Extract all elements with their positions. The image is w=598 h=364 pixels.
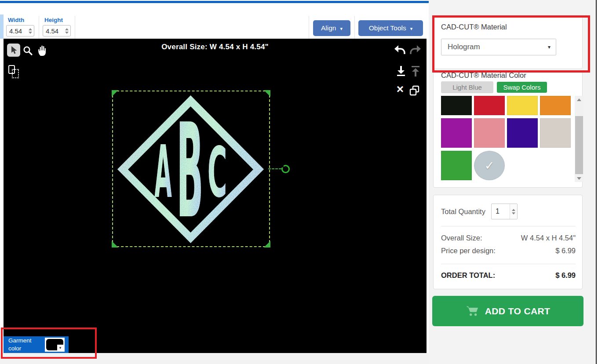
undo-button[interactable] (394, 45, 406, 56)
redo-button[interactable] (409, 45, 421, 56)
material-select[interactable]: Hologram ▾ (441, 39, 556, 55)
color-swatch-purple[interactable] (441, 118, 472, 148)
caret-down-icon: ▾ (57, 345, 63, 350)
monogram-letter-b: B (177, 96, 204, 243)
color-swatch-light-blue[interactable]: ✓ (474, 151, 505, 180)
download-icon (396, 66, 406, 77)
summary-divider (441, 226, 576, 226)
duplicate-button[interactable] (409, 85, 420, 97)
order-total-label: ORDER TOTAL: (441, 271, 495, 280)
order-summary-card: Total Quantity Overall Size: W 4.54 x H … (433, 195, 583, 289)
height-stepper[interactable] (65, 28, 70, 34)
material-color-heading: CAD-CUT® Material Color (441, 71, 526, 80)
rotate-handle-connector (268, 168, 281, 169)
quantity-label: Total Quantity (441, 207, 485, 216)
selection-handle-top-right[interactable] (264, 90, 270, 97)
quantity-input-group (491, 204, 518, 219)
stepper-up-icon[interactable] (65, 28, 69, 30)
caret-down-icon: ▾ (410, 26, 413, 32)
height-label: Height (44, 17, 71, 23)
scrollbar-thumb[interactable] (575, 116, 583, 174)
bring-to-front-button[interactable] (411, 66, 420, 77)
color-swatch-green[interactable] (441, 151, 472, 180)
close-icon: × (397, 82, 404, 96)
material-color-grid: ✓ (441, 96, 571, 180)
stepper-down-icon[interactable] (512, 212, 515, 215)
caret-down-icon: ▾ (340, 26, 343, 32)
caret-down-icon: ▾ (548, 44, 551, 50)
material-select-value: Hologram (448, 43, 480, 51)
color-swatch-navy-blue[interactable] (507, 118, 538, 148)
add-to-cart-button[interactable]: ADD TO CART (432, 296, 583, 326)
material-color-card: CAD-CUT® Material Color Light Blue Swap … (433, 70, 583, 188)
download-button[interactable] (396, 66, 406, 77)
height-input-group (43, 25, 71, 36)
quantity-stepper[interactable] (510, 204, 517, 219)
garment-color-picker[interactable]: ▾ (45, 338, 65, 352)
toolbar: Width Height Align ▾ Object Tools ▾ (0, 15, 427, 39)
monogram-design[interactable]: A B C (117, 95, 264, 243)
scroll-down-button[interactable] (575, 175, 583, 182)
scroll-up-button[interactable] (575, 96, 583, 103)
marquee-dotted-rect-icon (12, 69, 19, 78)
left-accent-strip (0, 15, 4, 39)
stepper-down-icon[interactable] (65, 32, 69, 34)
price-value: $ 6.99 (555, 247, 576, 255)
zoom-tool-button[interactable] (22, 45, 33, 56)
width-input[interactable] (7, 27, 27, 35)
marquee-select-tool-button[interactable] (8, 65, 20, 80)
selection-handle-bottom-right[interactable] (264, 241, 270, 248)
monogram-letter-c: C (208, 133, 227, 213)
undo-icon (394, 45, 406, 56)
stepper-down-icon[interactable] (29, 32, 32, 34)
price-label: Price per design: (441, 247, 496, 255)
order-total-row: ORDER TOTAL: $ 6.99 (441, 271, 576, 280)
rotate-handle[interactable] (281, 165, 290, 173)
monogram-letter-a: A (154, 131, 172, 214)
page-right-border (596, 0, 597, 364)
bring-to-front-icon (411, 66, 420, 77)
order-total-value: $ 6.99 (555, 271, 576, 280)
color-swatch-red[interactable] (474, 96, 505, 115)
quantity-row: Total Quantity (441, 204, 576, 219)
magnifier-icon (22, 45, 33, 56)
width-label: Width (8, 17, 34, 23)
object-tools-button[interactable]: Object Tools ▾ (358, 20, 423, 36)
select-tool-button[interactable] (7, 44, 20, 57)
swap-colors-button[interactable]: Swap Colors (497, 82, 547, 93)
hand-icon (36, 44, 48, 56)
stepper-up-icon[interactable] (512, 209, 515, 211)
delete-button[interactable]: × (395, 84, 405, 96)
add-to-cart-label: ADD TO CART (485, 306, 551, 317)
pan-tool-button[interactable] (35, 44, 48, 57)
align-button[interactable]: Align ▾ (313, 20, 350, 36)
width-group: Width (6, 17, 34, 36)
width-input-group (6, 25, 34, 36)
color-swatch-orange[interactable] (540, 96, 571, 115)
garment-color-widget[interactable]: Garment color ▾ (4, 336, 69, 353)
color-swatch-light-gray[interactable] (540, 118, 571, 148)
scroll-down-icon (577, 177, 581, 180)
color-swatch-yellow[interactable] (507, 96, 538, 115)
toolbar-divider (354, 16, 355, 39)
object-tools-button-label: Object Tools (369, 24, 406, 32)
copy-icon (409, 85, 420, 97)
overall-size-value: W 4.54 x H 4.54" (521, 234, 576, 242)
quantity-input[interactable] (492, 207, 509, 216)
price-per-design-row: Price per design: $ 6.99 (441, 247, 576, 255)
color-grid-scrollbar[interactable] (575, 96, 583, 182)
scroll-up-icon (577, 98, 581, 101)
height-input[interactable] (43, 27, 63, 35)
align-button-label: Align (321, 24, 336, 32)
overall-size-readout: Overall Size: W 4.54 x H 4.54" (4, 43, 427, 51)
width-stepper[interactable] (29, 28, 34, 34)
redo-icon (409, 45, 421, 56)
check-icon: ✓ (485, 159, 495, 173)
design-canvas[interactable]: Overall Size: W 4.54 x H 4.54" (4, 39, 427, 353)
stepper-up-icon[interactable] (29, 28, 32, 30)
toolbar-divider (309, 16, 309, 39)
cart-icon (466, 306, 479, 317)
overall-size-row: Overall Size: W 4.54 x H 4.54" (441, 234, 576, 242)
color-swatch-black[interactable] (441, 96, 472, 115)
color-swatch-pink[interactable] (474, 118, 505, 148)
